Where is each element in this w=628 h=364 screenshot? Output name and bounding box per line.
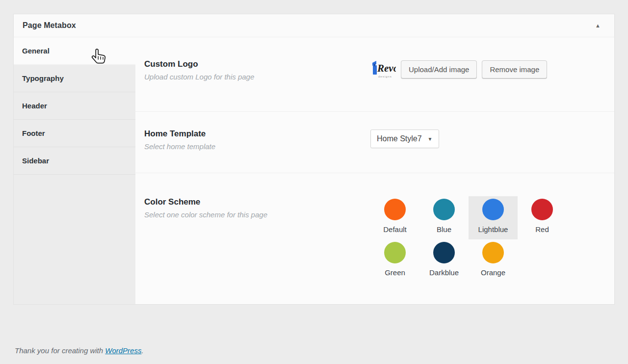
home-template-description: Select home template	[144, 142, 370, 151]
tab-label: Header	[22, 102, 47, 110]
color-scheme-description: Select one color scheme for this page	[144, 210, 370, 219]
page-metabox: Page Metabox ▲ General Typography Header…	[13, 14, 615, 304]
custom-logo-preview-image: Revo designs	[370, 58, 396, 81]
color-circle-default	[384, 199, 406, 220]
color-option-blue[interactable]: Blue	[419, 196, 469, 239]
color-option-label: Blue	[437, 225, 451, 234]
tab-footer[interactable]: Footer	[14, 120, 135, 147]
tab-header[interactable]: Header	[14, 92, 135, 120]
tab-general[interactable]: General	[14, 37, 135, 65]
color-circle-red	[531, 199, 553, 220]
color-option-label: Red	[535, 225, 549, 234]
home-template-selected-value: Home Style7	[377, 134, 422, 143]
home-template-select[interactable]: Home Style7 ▼	[370, 130, 439, 148]
color-option-label: Orange	[481, 268, 505, 277]
color-option-label: Darkblue	[429, 268, 459, 277]
color-option-default[interactable]: Default	[370, 196, 419, 239]
home-template-title: Home Template	[144, 129, 370, 139]
tab-sidebar[interactable]: Sidebar	[14, 147, 135, 175]
color-circle-lightblue	[482, 199, 504, 220]
custom-logo-section: Custom Logo Upload custom Logo for this …	[135, 37, 614, 112]
svg-text:Revo: Revo	[377, 62, 396, 74]
tab-label: Footer	[22, 129, 45, 137]
metabox-title: Page Metabox	[14, 21, 76, 30]
footer-credit: Thank you for creating with WordPress.	[15, 346, 144, 355]
tab-label: General	[22, 47, 50, 55]
color-option-label: Green	[385, 268, 405, 277]
color-circle-blue	[433, 199, 455, 220]
wordpress-link[interactable]: WordPress	[105, 346, 141, 355]
home-template-section: Home Template Select home template Home …	[135, 112, 614, 173]
svg-text:designs: designs	[378, 75, 392, 78]
color-scheme-options: Default Blue Lightblue Red	[370, 173, 614, 283]
custom-logo-title: Custom Logo	[144, 59, 370, 69]
color-option-darkblue[interactable]: Darkblue	[419, 239, 469, 283]
color-circle-darkblue	[433, 242, 455, 263]
select-dropdown-arrow-icon: ▼	[428, 136, 433, 142]
color-option-lightblue[interactable]: Lightblue	[469, 196, 518, 239]
tab-label: Sidebar	[22, 156, 49, 165]
color-option-label: Lightblue	[478, 225, 508, 234]
color-circle-green	[384, 242, 406, 263]
metabox-header: Page Metabox ▲	[14, 14, 614, 37]
metabox-tab-list: General Typography Header Footer Sidebar	[14, 37, 135, 304]
color-scheme-title: Color Scheme	[144, 197, 370, 207]
color-option-green[interactable]: Green	[370, 239, 419, 283]
tab-label: Typography	[22, 74, 64, 82]
color-option-label: Default	[383, 225, 407, 234]
collapse-arrow-icon: ▲	[595, 23, 601, 28]
color-option-orange[interactable]: Orange	[469, 239, 518, 283]
footer-credit-period: .	[141, 346, 143, 355]
tab-typography[interactable]: Typography	[14, 65, 135, 92]
color-scheme-section: Color Scheme Select one color scheme for…	[135, 173, 614, 304]
color-option-red[interactable]: Red	[518, 196, 567, 239]
remove-image-button[interactable]: Remove image	[482, 60, 547, 78]
color-circle-orange	[482, 242, 504, 263]
upload-add-image-button[interactable]: Upload/Add image	[401, 60, 477, 78]
tab-panel-general: Custom Logo Upload custom Logo for this …	[135, 37, 614, 304]
collapse-button[interactable]: ▲	[592, 20, 603, 31]
custom-logo-description: Upload custom Logo for this page	[144, 73, 370, 81]
footer-credit-text: Thank you for creating with	[15, 346, 105, 355]
